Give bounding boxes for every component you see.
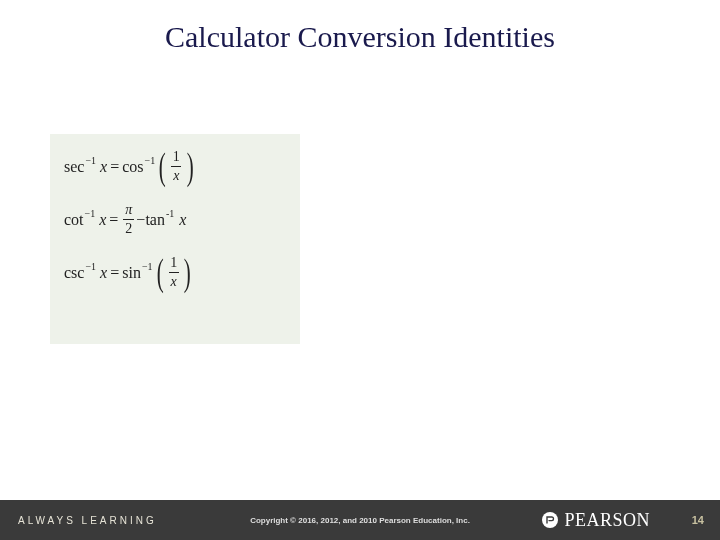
reciprocal-arg: ( 1 x ) — [154, 256, 194, 289]
fn-sec: sec — [64, 159, 84, 175]
numerator: π — [123, 203, 134, 219]
brand-text: PEARSON — [564, 510, 650, 531]
identity-sec: sec−1 x = cos−1 ( 1 x ) — [64, 150, 286, 183]
copyright: Copyright © 2016, 2012, and 2010 Pearson… — [250, 516, 470, 525]
inv: −1 — [85, 156, 96, 166]
page-title: Calculator Conversion Identities — [0, 20, 720, 54]
fn-cos: cos — [122, 159, 143, 175]
fraction: 1 x — [168, 256, 179, 289]
equals: = — [110, 265, 119, 281]
footer-bar: ALWAYS LEARNING Copyright © 2016, 2012, … — [0, 500, 720, 540]
pi-over-2: π 2 — [123, 203, 134, 236]
fraction: 1 x — [171, 150, 182, 183]
fn-csc: csc — [64, 265, 84, 281]
var-x: x — [99, 212, 106, 228]
lparen-icon: ( — [159, 151, 166, 181]
denominator: 2 — [123, 219, 134, 236]
inv: -1 — [166, 209, 174, 219]
fn-sin: sin — [122, 265, 141, 281]
identity-cot: cot−1 x = π 2 − tan-1 x — [64, 203, 286, 236]
page-number: 14 — [692, 514, 704, 526]
rparen-icon: ) — [187, 151, 194, 181]
minus: − — [136, 212, 145, 228]
lparen-icon: ( — [156, 257, 163, 287]
reciprocal-arg: ( 1 x ) — [156, 150, 196, 183]
inv: −1 — [142, 262, 153, 272]
tagline: ALWAYS LEARNING — [18, 515, 157, 526]
equals: = — [109, 212, 118, 228]
brand-mark-icon — [542, 512, 558, 528]
identities-panel: sec−1 x = cos−1 ( 1 x ) cot−1 x = π 2 − — [50, 134, 300, 344]
inv: −1 — [85, 262, 96, 272]
inv: −1 — [145, 156, 156, 166]
var-x: x — [179, 212, 186, 228]
var-x: x — [100, 159, 107, 175]
numerator: 1 — [171, 150, 182, 166]
brand: PEARSON — [542, 510, 650, 531]
rparen-icon: ) — [184, 257, 191, 287]
denominator: x — [171, 166, 181, 183]
identity-csc: csc−1 x = sin−1 ( 1 x ) — [64, 256, 286, 289]
slide: Calculator Conversion Identities sec−1 x… — [0, 0, 720, 540]
fn-cot: cot — [64, 212, 84, 228]
var-x: x — [100, 265, 107, 281]
fn-tan: tan — [145, 212, 165, 228]
inv: −1 — [85, 209, 96, 219]
numerator: 1 — [168, 256, 179, 272]
equals: = — [110, 159, 119, 175]
denominator: x — [169, 272, 179, 289]
